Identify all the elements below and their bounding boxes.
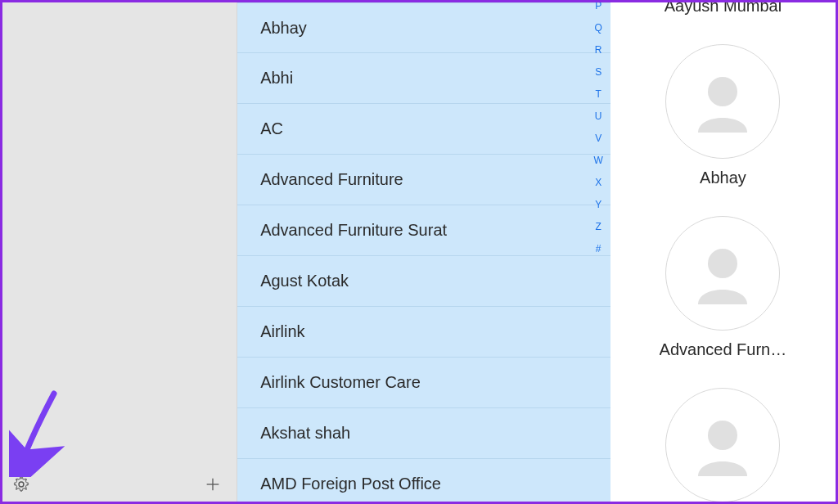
- detail-pane: Aayush Mumbai Abhay Adva: [610, 2, 836, 502]
- avatar: [665, 44, 780, 159]
- detail-card[interactable]: Abhay: [610, 39, 836, 211]
- contact-name: AC: [260, 119, 283, 138]
- person-icon: [682, 404, 764, 486]
- person-icon: [682, 61, 764, 142]
- app-frame: Abhay Abhi AC Advanced Furniture Advance…: [0, 0, 838, 504]
- contact-name: Airlink Customer Care: [260, 373, 421, 392]
- contact-name: Akshat shah: [260, 424, 350, 443]
- detail-scrollbar[interactable]: [823, 2, 836, 502]
- contact-name: Advanced Furniture: [260, 170, 403, 189]
- detail-card-name: Aayush Mumbai: [665, 2, 782, 16]
- contact-row[interactable]: Airlink: [237, 307, 610, 358]
- index-letter[interactable]: Q: [594, 22, 601, 34]
- detail-card[interactable]: Aayush Mumbai: [610, 2, 836, 39]
- avatar: [665, 388, 780, 502]
- detail-card-name: Advanced Furn…: [660, 340, 787, 359]
- gear-icon: [12, 475, 30, 493]
- settings-button[interactable]: [11, 474, 32, 495]
- svg-point-6: [708, 421, 737, 450]
- sidebar-spacer: [2, 2, 237, 467]
- contact-row[interactable]: Airlink Customer Care: [237, 358, 610, 408]
- contact-name: Agust Kotak: [260, 272, 349, 290]
- contact-row[interactable]: Abhay: [237, 2, 610, 53]
- contact-row[interactable]: Advanced Furniture Surat: [237, 205, 610, 256]
- index-letter[interactable]: W: [593, 155, 602, 166]
- index-letter[interactable]: T: [595, 88, 601, 100]
- detail-card-name: Abhay: [700, 169, 746, 187]
- sidebar-bottom-bar: [2, 467, 237, 502]
- avatar: [665, 216, 780, 331]
- contact-name: AMD Foreign Post Office: [260, 475, 441, 493]
- contact-row[interactable]: Abhi: [237, 53, 610, 104]
- contact-list[interactable]: Abhay Abhi AC Advanced Furniture Advance…: [237, 2, 610, 502]
- contact-row[interactable]: Akshat shah: [237, 408, 610, 459]
- contact-name: Airlink: [260, 322, 304, 341]
- index-letter[interactable]: R: [595, 44, 602, 56]
- index-letter[interactable]: U: [595, 110, 602, 122]
- sidebar: [2, 2, 237, 502]
- svg-point-0: [19, 482, 24, 487]
- index-letter[interactable]: P: [595, 2, 601, 11]
- plus-icon: [204, 475, 222, 493]
- detail-card[interactable]: Advanced Furn…: [610, 211, 836, 383]
- detail-scroll[interactable]: Aayush Mumbai Abhay Adva: [610, 2, 836, 502]
- contact-row[interactable]: Advanced Furniture: [237, 155, 610, 205]
- index-letter[interactable]: V: [595, 133, 601, 144]
- contact-row[interactable]: AC: [237, 104, 610, 155]
- add-contact-button[interactable]: [202, 474, 223, 495]
- contact-name: Advanced Furniture Surat: [260, 221, 447, 240]
- index-letter[interactable]: S: [595, 66, 601, 78]
- svg-point-4: [708, 77, 737, 106]
- contact-name: Abhi: [260, 69, 293, 88]
- contact-list-pane: Abhay Abhi AC Advanced Furniture Advance…: [237, 2, 610, 502]
- index-letter[interactable]: X: [595, 177, 601, 188]
- index-letter[interactable]: Y: [595, 199, 601, 210]
- contact-row[interactable]: AMD Foreign Post Office: [237, 459, 610, 502]
- contact-name: Abhay: [260, 19, 307, 38]
- person-icon: [682, 232, 764, 314]
- svg-point-5: [708, 249, 737, 278]
- contact-row[interactable]: Agust Kotak: [237, 256, 610, 307]
- detail-card[interactable]: [610, 383, 836, 502]
- alpha-index-bar[interactable]: P Q R S T U V W X Y Z #: [593, 2, 602, 254]
- index-letter[interactable]: #: [596, 243, 601, 254]
- index-letter[interactable]: Z: [595, 221, 601, 232]
